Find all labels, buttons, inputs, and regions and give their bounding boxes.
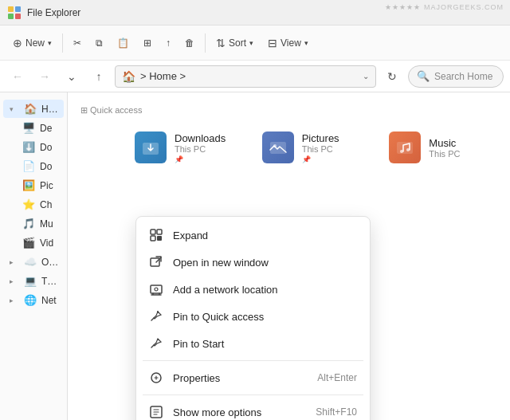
sidebar-item-desktop[interactable]: 🖥️ De bbox=[3, 119, 64, 137]
downloads-folder-icon bbox=[135, 131, 167, 163]
folder-item-pictures[interactable]: Pictures This PC 📌 bbox=[256, 125, 371, 170]
desktop-icon: 🖥️ bbox=[22, 122, 35, 134]
pictures-folder-info: Pictures This PC 📌 bbox=[302, 132, 339, 163]
ctx-add-network[interactable]: Add a network location bbox=[136, 276, 370, 303]
pictures-pin: 📌 bbox=[302, 155, 339, 163]
ctx-expand[interactable]: Expand bbox=[136, 222, 370, 249]
ctx-pin-quick[interactable]: Pin to Quick access bbox=[136, 303, 370, 330]
home-expand-icon: ▾ bbox=[10, 105, 19, 113]
sidebar-item-onedrive[interactable]: ▸ ☁️ One bbox=[3, 253, 64, 271]
sidebar-item-music[interactable]: 🎵 Mu bbox=[3, 214, 64, 233]
main-area: ▾ 🏠 Hom 🖥️ De ⬇️ Do 📄 Do 🖼️ Pic ⭐ Ch 🎵 M… bbox=[0, 92, 510, 420]
content-area: ⊞ Quick access Downloads This PC 📌 bbox=[68, 92, 510, 420]
ctx-open-new-window[interactable]: Open in new window bbox=[136, 249, 370, 276]
downloads-sub: This PC bbox=[175, 144, 226, 154]
search-placeholder: Search Home bbox=[434, 71, 492, 82]
sort-chevron: ▾ bbox=[249, 39, 253, 47]
svg-point-6 bbox=[273, 144, 277, 147]
pin-start-icon bbox=[149, 336, 163, 351]
ctx-pin-start[interactable]: Pin to Start bbox=[136, 330, 370, 357]
creative-label: Ch bbox=[40, 199, 52, 210]
search-box[interactable]: 🔍 Search Home bbox=[408, 65, 504, 88]
open-new-window-icon bbox=[149, 255, 163, 269]
sidebar-item-downloads[interactable]: ⬇️ Do bbox=[3, 138, 64, 156]
sort-label: Sort bbox=[229, 37, 246, 49]
music-name: Music bbox=[429, 137, 460, 149]
search-icon: 🔍 bbox=[417, 70, 430, 82]
up-button[interactable]: ↑ bbox=[88, 65, 110, 88]
recent-button[interactable]: ⌄ bbox=[61, 65, 83, 88]
paste-button[interactable]: 📋 bbox=[111, 33, 135, 53]
ctx-properties[interactable]: Properties Alt+Enter bbox=[136, 364, 370, 391]
delete-button[interactable]: 🗑 bbox=[178, 33, 201, 53]
sidebar-item-videos[interactable]: 🎬 Vid bbox=[3, 234, 64, 252]
new-button[interactable]: ⊕ New ▾ bbox=[6, 33, 58, 53]
home-icon: 🏠 bbox=[24, 103, 37, 115]
folder-item-music[interactable]: Music This PC bbox=[382, 125, 497, 170]
videos-icon: 🎬 bbox=[22, 237, 35, 249]
downloads-folder-info: Downloads This PC 📌 bbox=[175, 132, 226, 163]
svg-rect-7 bbox=[397, 142, 413, 154]
copy-icon: ⧉ bbox=[96, 37, 103, 49]
new-chevron: ▾ bbox=[48, 39, 52, 47]
delete-icon: 🗑 bbox=[185, 37, 194, 49]
desktop-label: De bbox=[40, 123, 52, 134]
expand-label: Expand bbox=[173, 230, 357, 241]
new-icon: ⊕ bbox=[13, 37, 22, 49]
sidebar-item-home[interactable]: ▾ 🏠 Hom bbox=[3, 100, 64, 118]
network-label: Net bbox=[41, 295, 57, 306]
sidebar-item-network[interactable]: ▸ 🌐 Net bbox=[3, 291, 64, 309]
show-more-label: Show more options bbox=[173, 406, 306, 418]
properties-label: Properties bbox=[173, 372, 308, 384]
sidebar: ▾ 🏠 Hom 🖥️ De ⬇️ Do 📄 Do 🖼️ Pic ⭐ Ch 🎵 M… bbox=[0, 92, 68, 420]
svg-rect-15 bbox=[151, 285, 162, 293]
app-icon bbox=[8, 6, 21, 19]
cut-button[interactable]: ✂ bbox=[67, 33, 88, 53]
pin-start-label: Pin to Start bbox=[173, 338, 357, 350]
pictures-folder-icon bbox=[262, 131, 294, 163]
pictures-icon: 🖼️ bbox=[22, 179, 35, 191]
svg-rect-10 bbox=[151, 230, 155, 234]
sort-button[interactable]: ⇅ Sort ▾ bbox=[210, 33, 260, 53]
view-button[interactable]: ⊟ View ▾ bbox=[261, 33, 315, 53]
onedrive-expand-icon: ▸ bbox=[10, 258, 19, 266]
folder-item-downloads[interactable]: Downloads This PC 📌 bbox=[128, 125, 243, 170]
folder-grid: Downloads This PC 📌 Pictures This PC bbox=[128, 125, 497, 170]
pin-quick-label: Pin to Quick access bbox=[173, 311, 357, 323]
pictures-sub: This PC bbox=[302, 144, 339, 154]
svg-rect-0 bbox=[8, 6, 14, 12]
downloads-label: Do bbox=[40, 142, 52, 153]
music-label: Mu bbox=[40, 218, 53, 230]
context-menu: Expand Open in new window bbox=[135, 216, 371, 420]
ctx-separator-2 bbox=[143, 394, 363, 395]
sidebar-item-creative[interactable]: ⭐ Ch bbox=[3, 195, 64, 214]
app-title: File Explorer bbox=[27, 7, 80, 18]
documents-icon: 📄 bbox=[22, 160, 35, 172]
creative-icon: ⭐ bbox=[22, 198, 35, 210]
svg-rect-1 bbox=[15, 6, 21, 12]
quick-access-header: ⊞ Quick access bbox=[80, 105, 497, 116]
onedrive-icon: ☁️ bbox=[24, 256, 37, 268]
ctx-show-more[interactable]: Show more options Shift+F10 bbox=[136, 398, 370, 420]
share-button[interactable]: ↑ bbox=[159, 33, 177, 53]
open-new-window-label: Open in new window bbox=[173, 257, 357, 269]
up-icon: ↑ bbox=[96, 70, 102, 83]
copy-button[interactable]: ⧉ bbox=[89, 33, 109, 53]
sidebar-item-thispc[interactable]: ▸ 💻 This bbox=[3, 272, 64, 290]
videos-label: Vid bbox=[40, 237, 53, 249]
svg-rect-3 bbox=[15, 14, 21, 19]
address-input[interactable]: 🏠 > Home > ⌄ bbox=[115, 65, 376, 88]
watermark: ★★★★★ MAJORGEEKS.COM bbox=[385, 3, 504, 11]
rename-button[interactable]: ⊞ bbox=[137, 33, 158, 53]
refresh-button[interactable]: ↻ bbox=[381, 65, 403, 88]
svg-rect-11 bbox=[157, 230, 162, 234]
forward-button[interactable]: → bbox=[33, 65, 56, 88]
sidebar-item-documents[interactable]: 📄 Do bbox=[3, 157, 64, 175]
cut-icon: ✂ bbox=[73, 37, 81, 49]
documents-label: Do bbox=[40, 161, 52, 172]
svg-point-9 bbox=[406, 148, 410, 151]
properties-shortcut: Alt+Enter bbox=[317, 372, 357, 383]
back-button[interactable]: ← bbox=[6, 65, 29, 88]
sidebar-item-pictures[interactable]: 🖼️ Pic bbox=[3, 176, 64, 194]
pin-quick-icon bbox=[149, 309, 163, 324]
